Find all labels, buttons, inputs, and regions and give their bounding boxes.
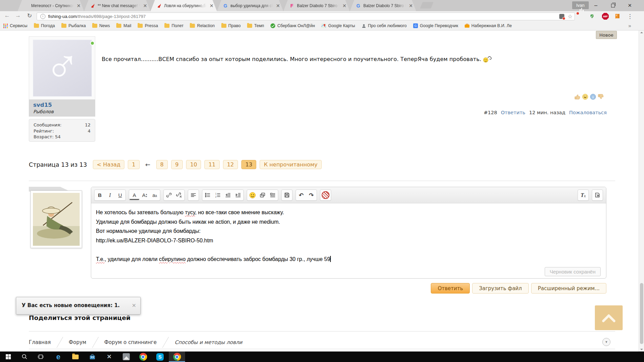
browser-tab-balzer-ek[interactable]: F Balzer Diabolo 7 Sbiro 50 ✕ [283,0,350,11]
browser-tab-google-search[interactable]: G выбор удилища для сб ✕ [217,0,283,11]
unlink-button[interactable] [174,190,184,200]
indent-button[interactable] [233,190,243,200]
insert-link-button[interactable] [164,190,174,200]
taskbar-photos-icon[interactable] [119,351,134,362]
drafts-save-button[interactable] [282,190,292,200]
page-scrollbar[interactable] [639,31,644,351]
advanced-mode-button[interactable]: Расширенный режим... [531,283,606,294]
breadcrumb-home-link[interactable]: Главная [29,339,51,345]
bbcode-toggle-button[interactable] [592,190,602,200]
text-color-button[interactable]: A [129,191,139,200]
browser-profile-badge[interactable]: Ivan [572,1,589,9]
dictionary-extension-icon[interactable] [614,13,621,20]
pagination-prev-button[interactable]: < Назад [93,160,125,169]
bookmark-sberbank[interactable]: Сбербанк ОнЛ@йн [270,23,315,28]
tab-close-icon[interactable]: ✕ [408,3,414,8]
shield-extension-icon[interactable]: ✓ [590,13,597,20]
post-timestamp-link[interactable]: 12 мин. назад [529,110,565,115]
bookmark-temp[interactable]: Темп [247,23,264,28]
breadcrumb-current[interactable]: Способы и методы ловли [175,339,242,345]
tab-close-icon[interactable]: ✕ [209,3,214,8]
thumb-up-icon[interactable] [574,94,581,100]
bookmark-pravo[interactable]: Право [221,23,241,28]
breadcrumb-forum-link[interactable]: Форум [69,339,86,345]
browser-tab-active-lovlya[interactable]: Ловля на сбирулино,бо ✕ [150,0,217,11]
taskbar-chrome-icon[interactable] [136,351,150,362]
bookmark-about-me[interactable]: Про себя любимого [362,23,407,28]
quote-button[interactable] [268,190,278,200]
bookmark-star-icon[interactable]: ☆ [568,13,572,20]
media-button[interactable] [258,190,267,200]
tab-close-icon[interactable]: ✕ [76,3,81,8]
reload-icon[interactable]: ↻ [25,12,34,19]
numbered-list-button[interactable]: 12 [213,190,223,200]
stop-parsing-button[interactable] [321,190,330,200]
pagination-page-8-button[interactable]: 8 [156,160,168,169]
breadcrumb-spinning-link[interactable]: Форум о спиннинге [104,339,157,345]
scrollbar-down-icon[interactable] [640,349,643,350]
forward-icon[interactable]: → [14,12,22,19]
start-button[interactable] [1,351,16,362]
tab-close-icon[interactable]: ✕ [275,3,281,8]
font-size-button[interactable]: A▴▾ [140,190,149,200]
remove-formatting-button[interactable]: Tx [578,190,588,200]
window-minimize-button[interactable]: – [588,0,604,11]
bold-button[interactable]: B [95,190,105,200]
search-button[interactable] [17,351,32,362]
quick-navigation-button[interactable]: ▼ [602,338,610,346]
tab-close-icon[interactable]: ✕ [342,3,347,8]
outdent-button[interactable] [223,190,233,200]
scrollbar-up-icon[interactable] [640,32,643,33]
scroll-to-top-button[interactable] [595,305,623,330]
taskbar-store-icon[interactable] [85,351,100,362]
bookmark-pogoda[interactable]: Погода [34,23,55,28]
font-family-button[interactable]: aa [150,190,160,200]
post-number-link[interactable]: #128 [484,110,497,115]
task-view-button[interactable] [33,351,48,362]
browser-menu-icon[interactable]: ⋮ [627,13,631,20]
current-user-avatar[interactable] [31,190,82,248]
adblock-plus-extension-icon[interactable]: ABP [602,13,609,20]
laugh-smiley-icon[interactable] [582,94,588,100]
page-info-icon[interactable]: i [40,14,45,19]
post-report-link[interactable]: Пожаловаться [569,110,607,115]
bullet-list-button[interactable] [203,190,213,200]
taskbar-xbox-icon[interactable]: ✕ [102,351,117,362]
pagination-page-12-button[interactable]: 12 [223,160,238,169]
pagination-page-9-button[interactable]: 9 [171,160,183,169]
translate-page-action-icon[interactable] [559,14,564,19]
taskbar-file-explorer-icon[interactable] [68,351,83,362]
taskbar-skype-icon[interactable]: S [153,351,167,362]
pagination-page-1-button[interactable]: 1 [128,160,139,169]
browser-tab-balzer-google[interactable]: G Balzer Diabolo 7 Sbiro 50 ✕ [350,0,416,11]
italic-button[interactable]: I [105,190,115,200]
thumb-down-icon[interactable] [598,94,604,100]
redo-button[interactable]: ↷ [306,190,316,200]
bookmark-google-maps[interactable]: Google Карты [321,23,355,28]
browser-tab-chat-message[interactable]: ** New chat message! ** ✕ [84,0,150,11]
pagination-page-11-button[interactable]: 11 [204,160,219,169]
post-reply-link[interactable]: Ответить [501,110,525,115]
browser-tab-meteopost[interactable]: Метеопост - Спутников ✕ [18,0,84,11]
bookmark-polet[interactable]: Полет [164,23,183,28]
scrollbar-thumb[interactable] [640,283,643,344]
author-username-link[interactable]: svd15 [33,102,91,108]
editor-text-area[interactable]: Не хотелось бы затевать большую тусу, но… [91,203,606,268]
new-tab-button[interactable] [420,2,434,8]
taskbar-edge-icon[interactable]: e [51,351,66,362]
taskbar-chrome-active-icon[interactable] [169,351,185,362]
pagination-unread-button[interactable]: К непрочитанному [260,160,321,169]
back-icon[interactable]: ← [3,12,12,19]
bookmark-relaction[interactable]: Relaction [190,23,215,28]
bookmark-services[interactable]: Сервисы [3,23,27,28]
reply-submit-button[interactable]: Ответить [431,283,470,294]
pagination-page-10-button[interactable]: 10 [186,160,201,169]
bookmark-naberezhnaya[interactable]: Набережная В.И. Ле [465,23,512,28]
bookmark-mail[interactable]: Mail [116,23,131,28]
info-icon[interactable]: i [590,94,596,100]
underline-button[interactable]: U [115,190,125,200]
upload-file-button[interactable]: Загрузить файл [472,283,529,294]
bookmark-news[interactable]: News [92,23,110,28]
bookmarks-overflow-icon[interactable]: » [628,23,631,28]
window-close-button[interactable]: × [622,0,638,11]
